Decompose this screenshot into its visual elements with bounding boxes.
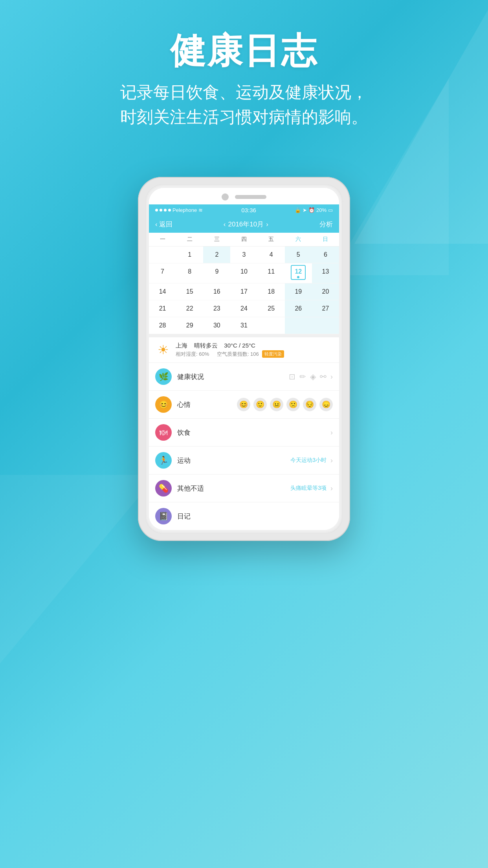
cal-cell-empty-4: [312, 317, 339, 334]
phone-screen: Pelephone ≋ 03:36 🔒 ➤ ⏰ 20% ▭: [149, 188, 339, 530]
cal-cell-11[interactable]: 11: [258, 263, 285, 283]
diary-label: 日记: [177, 512, 333, 521]
cal-cell-22[interactable]: 22: [176, 300, 203, 317]
mood-face-1[interactable]: 😊: [237, 398, 250, 411]
weather-aqi: 空气质量指数: 106: [217, 351, 259, 358]
lock-icon: 🔒: [295, 207, 301, 213]
mood-icon-circle: 😊: [155, 396, 172, 413]
cal-cell-27[interactable]: 27: [312, 300, 339, 317]
status-left: Pelephone ≋: [155, 207, 203, 213]
cal-cell-6[interactable]: 6: [312, 246, 339, 263]
cal-cell-18[interactable]: 18: [258, 283, 285, 300]
status-bar: Pelephone ≋ 03:36 🔒 ➤ ⏰ 20% ▭: [149, 204, 339, 216]
cal-cell-31[interactable]: 31: [230, 317, 257, 334]
cal-cell-4[interactable]: 4: [258, 246, 285, 263]
discomfort-label: 其他不适: [177, 484, 285, 493]
header-section: 健康日志 记录每日饮食、运动及健康状况， 时刻关注生活习惯对病情的影响。: [0, 31, 488, 129]
cal-cell-13[interactable]: 13: [312, 263, 339, 283]
phone-camera: [222, 193, 229, 200]
cal-cell-23[interactable]: 23: [203, 300, 230, 317]
battery-icon: ▭: [328, 207, 333, 213]
phone-top-bar: [149, 188, 339, 204]
cal-cell-28[interactable]: 28: [149, 317, 176, 334]
health-icon-circle: 🌿: [155, 368, 172, 385]
cal-cell-21[interactable]: 21: [149, 300, 176, 317]
nav-bar: ‹ 返回 ‹ 2016年10月 › 分析: [149, 216, 339, 233]
status-right: 🔒 ➤ ⏰ 20% ▭: [295, 207, 333, 213]
today-dot: [297, 276, 299, 278]
diary-icon-circle: 📓: [155, 508, 172, 524]
cal-cell-17[interactable]: 17: [230, 283, 257, 300]
weekday-sat: 六: [285, 233, 312, 246]
cal-cell-24[interactable]: 24: [230, 300, 257, 317]
mood-face-2[interactable]: 🙂: [253, 398, 267, 411]
cal-cell-7[interactable]: 7: [149, 263, 176, 283]
weekday-wed: 三: [203, 233, 230, 246]
cal-cell-8[interactable]: 8: [176, 263, 203, 283]
health-icons: ⊡ ✏ ◈ ⚯: [289, 372, 327, 381]
discomfort-row[interactable]: 💊 其他不适 头痛眩晕等3项 ›: [149, 474, 339, 502]
pollution-badge: 轻度污染: [262, 350, 284, 358]
mood-face-6[interactable]: 😞: [319, 398, 333, 411]
nav-title-text: 2016年10月: [228, 220, 264, 229]
cal-cell-25[interactable]: 25: [258, 300, 285, 317]
app-background: 健康日志 记录每日饮食、运动及健康状况， 时刻关注生活习惯对病情的影响。: [0, 0, 488, 868]
exercise-chevron-icon: ›: [330, 456, 333, 465]
info-section: ☀ 上海 晴转多云 30°C / 25°C: [149, 334, 339, 530]
location-icon: ➤: [303, 207, 307, 213]
nav-back-button[interactable]: ‹ 返回: [155, 220, 172, 229]
health-icon-link: ⚯: [320, 372, 327, 381]
weather-city: 上海: [176, 342, 187, 349]
cal-cell-26[interactable]: 26: [285, 300, 312, 317]
nav-action-button[interactable]: 分析: [319, 220, 333, 229]
cal-cell-15[interactable]: 15: [176, 283, 203, 300]
weather-row: ☀ 上海 晴转多云 30°C / 25°C: [149, 337, 339, 363]
prev-month-icon[interactable]: ‹: [224, 221, 226, 228]
weather-info: 上海 晴转多云 30°C / 25°C 相对湿度: 60% 空气: [176, 342, 333, 358]
bg-decor-3: [0, 475, 157, 711]
cal-cell-12[interactable]: 12: [285, 263, 312, 283]
calendar-section: 一 二 三 四 五 六 日 1 2: [149, 233, 339, 334]
discomfort-chevron-icon: ›: [330, 484, 333, 493]
weather-sun-icon: ☀: [155, 342, 171, 358]
cal-cell-19[interactable]: 19: [285, 283, 312, 300]
cal-cell-empty-1: [149, 246, 176, 263]
health-label: 健康状况: [177, 372, 283, 381]
phone-mockup: Pelephone ≋ 03:36 🔒 ➤ ⏰ 20% ▭: [138, 177, 350, 541]
cal-cell-16[interactable]: 16: [203, 283, 230, 300]
health-icon-syringe: ✏: [299, 372, 306, 381]
cal-cell-2[interactable]: 2: [203, 246, 230, 263]
carrier-name: Pelephone: [172, 207, 197, 213]
diary-row[interactable]: 📓 日记: [149, 502, 339, 530]
back-chevron-icon: ‹: [155, 221, 158, 228]
diet-label: 饮食: [177, 428, 325, 437]
mood-row[interactable]: 😊 心情 😊 🙂 😐 🙁 😔 😞: [149, 391, 339, 419]
cal-cell-20[interactable]: 20: [312, 283, 339, 300]
exercise-right: 今天运动3小时 ›: [290, 456, 333, 465]
health-chevron-icon: ›: [330, 373, 333, 381]
diet-chevron-icon: ›: [330, 428, 333, 437]
cal-cell-10[interactable]: 10: [230, 263, 257, 283]
exercise-icon-circle: 🏃: [155, 452, 172, 469]
health-icon-scale: ⊡: [289, 372, 295, 381]
cal-cell-3[interactable]: 3: [230, 246, 257, 263]
health-row[interactable]: 🌿 健康状况 ⊡ ✏ ◈ ⚯ ›: [149, 363, 339, 391]
cal-cell-5[interactable]: 5: [285, 246, 312, 263]
cal-cell-14[interactable]: 14: [149, 283, 176, 300]
mood-face-3[interactable]: 😐: [270, 398, 283, 411]
cal-cell-30[interactable]: 30: [203, 317, 230, 334]
weather-detail: 相对湿度: 60% 空气质量指数: 106 轻度污染: [176, 350, 333, 358]
app-title: 健康日志: [0, 31, 488, 70]
mood-face-4[interactable]: 🙁: [286, 398, 300, 411]
exercise-row[interactable]: 🏃 运动 今天运动3小时 ›: [149, 447, 339, 474]
cal-cell-9[interactable]: 9: [203, 263, 230, 283]
diet-row[interactable]: 🍽 饮食 ›: [149, 419, 339, 447]
weekday-thu: 四: [230, 233, 257, 246]
mood-face-5[interactable]: 😔: [303, 398, 316, 411]
cal-cell-29[interactable]: 29: [176, 317, 203, 334]
cal-cell-empty-2: [258, 317, 285, 334]
next-month-icon[interactable]: ›: [266, 221, 268, 228]
signal-dot-4: [168, 209, 171, 211]
signal-dot-2: [160, 209, 162, 211]
cal-cell-1[interactable]: 1: [176, 246, 203, 263]
